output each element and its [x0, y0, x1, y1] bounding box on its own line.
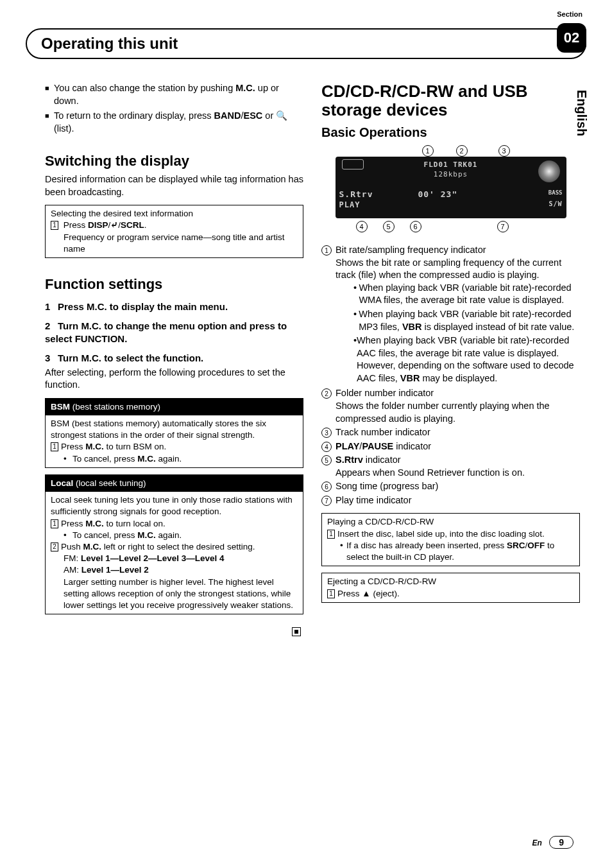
disc-icon: [538, 161, 560, 182]
bsm-step: 1Press M.C. to turn BSM on.: [51, 441, 298, 453]
legend-1-body: Shows the bit rate or sampling frequency…: [336, 257, 580, 282]
text: may be displayed.: [420, 373, 497, 383]
text: indicator: [363, 455, 401, 465]
cd-usb-heading: CD/CD-R/CD-RW and USB storage devices: [321, 82, 580, 119]
legend-item-6: 6 Song time (progress bar): [321, 480, 580, 493]
lcd-sw: S/W: [548, 200, 562, 209]
pause-label: PAUSE: [362, 441, 393, 451]
disp-label: DISP: [88, 220, 108, 230]
text: (best stations memory): [70, 402, 160, 412]
box-selecting-text-info: Selecting the desired text information 1…: [45, 205, 303, 258]
off-label: OFF: [527, 541, 545, 550]
local-tail: Larger setting number is higher level. T…: [64, 577, 298, 612]
lcd-folder-track: FLD01 TRK01: [339, 161, 563, 170]
switching-display-body: Desired information can be displayed whi…: [45, 173, 303, 198]
circle-1-icon: 1: [321, 245, 332, 256]
lcd-bitrate: 128kbps: [339, 170, 563, 180]
vbr-label: VBR: [400, 373, 420, 383]
switching-display-heading: Switching the display: [45, 152, 303, 171]
bullet-icon: ■: [45, 110, 54, 135]
text: indicator: [393, 441, 431, 451]
section-end: [45, 621, 303, 640]
bsm-label: BSM: [51, 402, 70, 412]
box-ejecting-step: 1Press ▲ (eject).: [327, 588, 574, 600]
mc-label: M.C.: [137, 530, 156, 540]
step-number-icon: 1: [327, 589, 335, 598]
text: to turn local on.: [104, 519, 166, 528]
legend-item-5: 5 S.Rtrv indicatorAppears when Sound Ret…: [321, 454, 580, 479]
bullet-icon: •: [340, 540, 346, 563]
legend-2-title: Folder number indicator: [336, 387, 580, 400]
circle-3-icon: 3: [321, 428, 332, 438]
page-title: Operating this unit: [28, 31, 584, 56]
step-2: 2Turn M.C. to change the menu option and…: [45, 320, 303, 346]
step-1: 1Press M.C. to display the main menu.: [45, 300, 303, 313]
callout-2: 2: [456, 145, 468, 157]
callout-6: 6: [410, 221, 421, 232]
device-display-illustration: 1 2 3 4 5 6 7 FLD01 TRK01 128kbps S.Rtrv…: [336, 148, 566, 235]
text: Push: [61, 542, 83, 551]
text: To cancel, press: [72, 454, 137, 464]
bsm-cancel: •To cancel, press M.C. again.: [64, 453, 298, 465]
basic-ops-heading: Basic Operations: [321, 124, 580, 141]
text: AM:: [64, 565, 81, 575]
scrl-label: SCRL: [121, 220, 144, 230]
lcd-screen: FLD01 TRK01 128kbps S.Rtrv00' 23"BASS PL…: [336, 157, 566, 218]
legend-item-4: 4 PLAY/PAUSE indicator: [321, 440, 580, 453]
local-step2: 2Push M.C. left or right to select the d…: [51, 541, 298, 553]
text: If a disc has already been inserted, pre…: [346, 541, 507, 550]
language-tab: English: [573, 86, 590, 140]
band-label: BAND: [214, 110, 241, 121]
box-playing-step: 1Insert the disc, label side up, into th…: [327, 528, 574, 540]
local-fm: FM: Level 1—Level 2—Level 3—Level 4: [64, 553, 298, 564]
bullet-icon: •: [64, 530, 72, 541]
text: is displayed instead of bit rate value.: [422, 322, 575, 332]
callout-1: 1: [422, 145, 434, 157]
legend-1-b3: •When playing back VBR (variable bit rat…: [353, 334, 580, 385]
box-bsm: BSM (best stations memory) BSM (best sta…: [45, 398, 303, 468]
end-marker-icon: [292, 627, 301, 636]
step-text: Turn M.C. to select the function.: [58, 352, 203, 363]
step-num: 1: [45, 300, 58, 313]
mc-label: M.C.: [85, 442, 104, 451]
local-am: AM: Level 1—Level 2: [64, 564, 298, 576]
lcd-bass: BASS: [548, 189, 563, 196]
circle-2-icon: 2: [321, 388, 332, 399]
mc-label: M.C.: [85, 519, 104, 528]
legend-1-title: Bit rate/sampling frequency indicator: [336, 244, 580, 257]
bullet-icon: •: [64, 453, 72, 465]
step-number-icon: 1: [51, 519, 58, 528]
step-number-icon: 2: [51, 542, 58, 551]
circle-7-icon: 7: [321, 496, 332, 506]
page-header: Section 02 Operating this unit: [26, 28, 586, 59]
box-local: Local (local seek tuning) Local seek tun…: [45, 474, 303, 614]
legend-item-2: 2 Folder number indicatorShows the folde…: [321, 387, 580, 425]
text: You can also change the station by pushi…: [54, 83, 235, 93]
step-num: 2: [45, 320, 58, 333]
bsm-body: BSM (best stations memory) automatically…: [51, 418, 298, 441]
text: (list).: [54, 123, 74, 134]
step-text: Turn M.C. to change the menu option and …: [45, 320, 287, 344]
page-footer: En 9: [532, 836, 574, 849]
local-label: Local: [51, 478, 73, 488]
box-playing-head: Playing a CD/CD-R/CD-RW: [327, 516, 574, 528]
box-playing-cd: Playing a CD/CD-R/CD-RW 1Insert the disc…: [321, 513, 580, 566]
fm-levels: Level 1—Level 2—Level 3—Level 4: [81, 553, 225, 563]
note-return-display: ■ To return to the ordinary display, pre…: [45, 110, 303, 135]
legend-1-b1: •When playing back VBR (variable bit rat…: [353, 282, 580, 307]
text: To cancel, press: [72, 530, 137, 540]
text: To return to the ordinary display, press: [54, 110, 214, 121]
legend-6-title: Song time (progress bar): [336, 480, 580, 493]
play-label: PLAY: [336, 441, 359, 451]
section-number-badge: 02: [557, 23, 586, 53]
box-bsm-head: BSM (best stations memory): [46, 399, 303, 415]
callout-3: 3: [498, 145, 510, 157]
legend-item-1: 1 Bit rate/sampling frequency indicator …: [321, 244, 580, 386]
lcd-srtrv: S.Rtrv: [339, 189, 373, 199]
srtrv-label: S.Rtrv: [336, 455, 363, 465]
text: to turn BSM on.: [104, 442, 167, 451]
title-frame: Operating this unit: [26, 28, 586, 59]
box-ejecting-head: Ejecting a CD/CD-R/CD-RW: [327, 576, 574, 587]
note-change-station: ■ You can also change the station by pus…: [45, 82, 303, 107]
eject-icon: ▲: [362, 589, 370, 598]
